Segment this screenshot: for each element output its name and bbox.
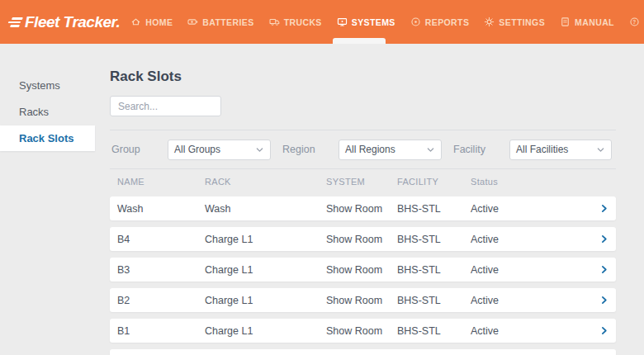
nav-item-help[interactable]: ?HELP [622,0,644,44]
gear-icon [484,17,495,27]
cell-name: B3 [117,264,205,276]
column-header-rack: RACK [205,177,326,187]
filter-label-facility: Facility [453,144,509,155]
nav-item-settings[interactable]: SETTINGS [476,0,552,44]
app-logo[interactable]: Fleet Tracker. [8,13,120,31]
cell-name: B1 [117,325,205,337]
table-row[interactable]: B1Charge L1Show RoomBHS-STLActive [110,319,616,343]
column-header-system: SYSTEM [326,177,397,187]
cell-facility: BHS-STL [397,203,471,215]
nav-item-label: HOME [145,17,173,27]
nav-item-label: REPORTS [425,17,470,27]
cell-status: Active [471,295,591,306]
nav-item-batteries[interactable]: BATTERIES [180,0,261,44]
nav-item-label: TRUCKS [284,17,322,27]
table-row[interactable]: WashWashShow RoomBHS-STLActive [110,196,616,220]
top-nav-bar: Fleet Tracker. HOMEBATTERIESTRUCKSSYSTEM… [0,0,644,44]
filter-select-value: All Facilities [516,144,568,155]
app-logo-text: Fleet Tracker. [25,13,120,31]
sidebar-item-rack-slots[interactable]: Rack Slots [0,125,95,151]
main-content: Rack Slots GroupAll GroupsRegionAll Regi… [110,44,616,355]
chevron-down-icon [426,145,435,154]
cell-name: B2 [117,295,205,306]
main-nav: HOMEBATTERIESTRUCKSSYSTEMSREPORTSSETTING… [123,0,644,44]
table-row-partial[interactable] [110,349,616,355]
reports-icon [410,17,421,27]
nav-item-reports[interactable]: REPORTS [403,0,477,44]
cell-status: Active [471,264,591,276]
cell-system: Show Room [326,234,397,245]
home-icon [130,17,141,27]
cell-facility: BHS-STL [397,234,471,245]
cell-status: Active [471,234,591,245]
sidebar-item-systems[interactable]: Systems [0,73,95,98]
cell-system: Show Room [326,295,397,306]
chevron-right-icon[interactable] [591,295,616,305]
chevron-down-icon [255,145,264,154]
svg-text:?: ? [632,19,636,25]
column-header-name: NAME [117,177,205,187]
table-row[interactable]: B2Charge L1Show RoomBHS-STLActive [110,288,616,312]
filter-label-group: Group [111,144,168,155]
chevron-right-icon[interactable] [591,203,616,214]
nav-item-manual[interactable]: MANUAL [552,0,622,44]
nav-item-home[interactable]: HOME [123,0,180,44]
nav-item-systems[interactable]: SYSTEMS [329,0,403,44]
cell-system: Show Room [326,264,397,276]
filter-select-facility[interactable]: All Facilities [509,140,612,160]
cell-facility: BHS-STL [397,264,471,276]
column-header-status: Status [471,177,591,187]
nav-item-trucks[interactable]: TRUCKS [262,0,329,44]
filter-select-value: All Groups [174,144,220,155]
sidebar: SystemsRacksRack Slots [0,73,95,152]
filter-bar: GroupAll GroupsRegionAll RegionsFacility… [110,130,616,169]
battery-icon [187,17,198,27]
cell-rack: Wash [205,203,326,215]
cell-name: Wash [117,203,205,215]
chevron-right-icon[interactable] [591,264,616,275]
filter-label-region: Region [282,144,339,155]
filter-select-group[interactable]: All Groups [168,140,271,160]
monitor-icon [337,17,348,27]
manual-icon [560,17,571,27]
cell-system: Show Room [326,203,397,215]
cell-rack: Charge L1 [205,325,326,337]
cell-rack: Charge L1 [205,295,326,306]
speed-lines-icon [7,17,23,27]
cell-rack: Charge L1 [205,264,326,276]
filter-select-region[interactable]: All Regions [339,140,442,160]
search-input[interactable] [110,96,221,116]
cell-status: Active [471,203,591,215]
help-icon: ? [629,17,640,27]
cell-facility: BHS-STL [397,295,471,306]
cell-status: Active [471,325,591,337]
active-tab-indicator [333,38,386,44]
cell-system: Show Room [326,325,397,337]
truck-icon [269,17,280,27]
table-header-row: NAMERACKSYSTEMFACILITYStatus [110,169,616,194]
chevron-right-icon[interactable] [591,325,616,336]
chevron-down-icon [596,145,605,154]
table-row[interactable]: B4Charge L1Show RoomBHS-STLActive [110,227,616,251]
table-row[interactable]: B3Charge L1Show RoomBHS-STLActive [110,258,616,282]
nav-item-label: BATTERIES [202,17,253,27]
table-body: WashWashShow RoomBHS-STLActiveB4Charge L… [110,196,616,355]
nav-item-label: SYSTEMS [352,17,395,27]
nav-item-label: SETTINGS [499,17,545,27]
chevron-right-icon[interactable] [591,234,616,244]
filter-select-value: All Regions [345,144,395,155]
sidebar-item-racks[interactable]: Racks [0,99,95,125]
cell-facility: BHS-STL [397,325,471,337]
cell-name: B4 [117,234,205,245]
page-title: Rack Slots [110,69,616,87]
cell-rack: Charge L1 [205,234,326,245]
nav-item-label: MANUAL [575,17,614,27]
column-header-facility: FACILITY [397,177,471,187]
